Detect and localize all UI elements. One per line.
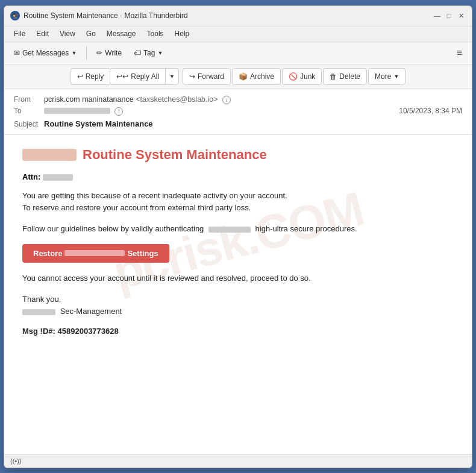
from-value: pcrisk.com maninatanance <taxsketches@bs… xyxy=(44,95,462,104)
delete-button[interactable]: 🗑 Delete xyxy=(323,68,367,85)
maximize-button[interactable]: □ xyxy=(444,11,454,20)
window-controls: — □ ✕ xyxy=(432,11,466,20)
para3-text: You cannot access your account until it … xyxy=(22,274,311,283)
menu-go[interactable]: Go xyxy=(81,28,101,39)
email-inner-content: Routine System Maintenance Attn: You are… xyxy=(22,147,454,336)
menu-tools[interactable]: Tools xyxy=(142,28,169,39)
from-email: <taxsketches@bslab.io> xyxy=(136,95,218,104)
title-bar-left: 🦅 Routine System Maintenance - Mozilla T… xyxy=(10,11,188,20)
app-icon: 🦅 xyxy=(10,11,20,20)
forward-button[interactable]: ↪ Forward xyxy=(183,68,231,85)
window-title: Routine System Maintenance - Mozilla Thu… xyxy=(23,11,188,20)
to-email-blurred xyxy=(44,108,110,114)
reply-all-icon: ↩↩ xyxy=(116,72,128,81)
restore-btn-container: Restore Settings xyxy=(22,244,454,272)
from-label: From xyxy=(14,95,44,104)
email-header: From pcrisk.com maninatanance <taxsketch… xyxy=(4,89,472,135)
junk-button[interactable]: 🚫 Junk xyxy=(282,68,322,85)
sender-info-icon[interactable]: i xyxy=(222,96,231,104)
more-button[interactable]: More ▼ xyxy=(368,68,406,85)
reply-button-group: ↩ Reply ↩↩ Reply All ▼ xyxy=(70,68,179,85)
to-row: To i 10/5/2023, 8:34 PM xyxy=(14,105,462,117)
email-date: 10/5/2023, 8:34 PM xyxy=(399,107,462,115)
connection-icon: ((•)) xyxy=(10,457,22,465)
dropdown-arrow-icon: ▼ xyxy=(71,50,77,56)
from-row: From pcrisk.com maninatanance <taxsketch… xyxy=(14,94,462,105)
archive-label: Archive xyxy=(250,72,274,81)
restore-prefix: Restore xyxy=(33,249,62,258)
logo-area: Routine System Maintenance xyxy=(22,147,454,163)
tag-button[interactable]: 🏷 Tag ▼ xyxy=(129,46,168,60)
menu-edit[interactable]: Edit xyxy=(31,28,54,39)
message-id-section: Msg !D#: 45892003773628 xyxy=(22,327,454,336)
hamburger-button[interactable]: ≡ xyxy=(452,45,467,61)
menu-view[interactable]: View xyxy=(55,28,80,39)
archive-icon: 📦 xyxy=(239,72,248,81)
sec-management-line: Sec-Management xyxy=(22,305,454,318)
toolbar-separator xyxy=(86,46,87,60)
status-bar: ((•)) xyxy=(4,454,472,468)
envelope-icon: ✉ xyxy=(14,49,20,57)
tag-dropdown-icon: ▼ xyxy=(157,50,163,56)
tag-icon: 🏷 xyxy=(134,49,141,57)
reply-dropdown-button[interactable]: ▼ xyxy=(165,68,179,85)
subject-label: Subject xyxy=(14,120,44,128)
action-toolbar: ↩ Reply ↩↩ Reply All ▼ ↪ Forward 📦 Archi… xyxy=(4,65,472,89)
para1-line1: You are getting this because of a recent… xyxy=(22,191,287,200)
paragraph-3: You cannot access your account until it … xyxy=(22,272,454,285)
menu-help[interactable]: Help xyxy=(170,28,195,39)
close-button[interactable]: ✕ xyxy=(456,11,466,20)
para2-prefix: Follow our guidelines below by validly a… xyxy=(22,224,204,233)
get-messages-label: Get Messages xyxy=(22,49,69,57)
msg-id-value: 45892003773628 xyxy=(58,327,119,336)
para2-blurred-link xyxy=(208,227,251,233)
menu-message[interactable]: Message xyxy=(102,28,141,39)
forward-label: Forward xyxy=(198,72,224,81)
sec-management-text: Sec-Management xyxy=(60,307,122,316)
junk-label: Junk xyxy=(300,72,315,81)
reply-label: Reply xyxy=(86,72,104,81)
pencil-icon: ✏ xyxy=(96,49,102,57)
delete-label: Delete xyxy=(339,72,360,81)
logo-blurred xyxy=(22,149,77,161)
more-dropdown-icon: ▼ xyxy=(393,74,399,80)
subject-row: Subject Routine System Maintenance xyxy=(14,117,462,130)
menu-file[interactable]: File xyxy=(9,28,30,39)
title-bar: 🦅 Routine System Maintenance - Mozilla T… xyxy=(4,6,472,27)
para1-line2: To reserve and restore your account from… xyxy=(22,203,251,212)
get-messages-button[interactable]: ✉ Get Messages ▼ xyxy=(9,46,81,60)
from-name: pcrisk.com maninatanance xyxy=(44,95,134,104)
paragraph-2: Follow our guidelines below by validly a… xyxy=(22,223,454,236)
email-body: pcrisk.COM Routine System Maintenance At… xyxy=(4,135,472,454)
paragraph-1: You are getting this because of a recent… xyxy=(22,190,454,215)
archive-button[interactable]: 📦 Archive xyxy=(232,68,281,85)
menu-bar: File Edit View Go Message Tools Help xyxy=(4,27,472,42)
reply-button[interactable]: ↩ Reply xyxy=(70,68,110,85)
write-button[interactable]: ✏ Write xyxy=(92,46,127,60)
attn-line: Attn: xyxy=(22,172,454,181)
attn-name-blurred xyxy=(43,174,73,181)
forward-icon: ↪ xyxy=(189,72,195,81)
restore-settings-button[interactable]: Restore Settings xyxy=(22,244,169,263)
trash-icon: 🗑 xyxy=(330,72,337,81)
msg-id-label: Msg !D#: xyxy=(22,327,55,336)
email-logo-title: Routine System Maintenance xyxy=(83,147,267,163)
tag-label: Tag xyxy=(143,49,155,57)
para2-suffix: high-ultra secure procedures. xyxy=(255,224,357,233)
restore-email-blurred xyxy=(64,250,125,256)
minimize-button[interactable]: — xyxy=(432,11,442,20)
email-subject: Routine System Maintenance xyxy=(44,119,153,128)
company-name-blurred xyxy=(22,309,55,315)
restore-suffix: Settings xyxy=(127,249,158,258)
main-toolbar: ✉ Get Messages ▼ ✏ Write 🏷 Tag ▼ ≡ xyxy=(4,42,472,65)
reply-all-button[interactable]: ↩↩ Reply All xyxy=(110,68,165,85)
thank-you-section: Thank you, Sec-Management xyxy=(22,293,454,319)
attn-label: Attn: xyxy=(22,172,40,181)
to-label: To xyxy=(14,107,44,115)
write-label: Write xyxy=(105,49,122,57)
reply-all-label: Reply All xyxy=(131,72,159,81)
thank-you-line: Thank you, xyxy=(22,293,454,306)
to-info-icon[interactable]: i xyxy=(114,107,123,116)
to-value: i xyxy=(44,107,399,116)
junk-icon: 🚫 xyxy=(289,72,298,81)
